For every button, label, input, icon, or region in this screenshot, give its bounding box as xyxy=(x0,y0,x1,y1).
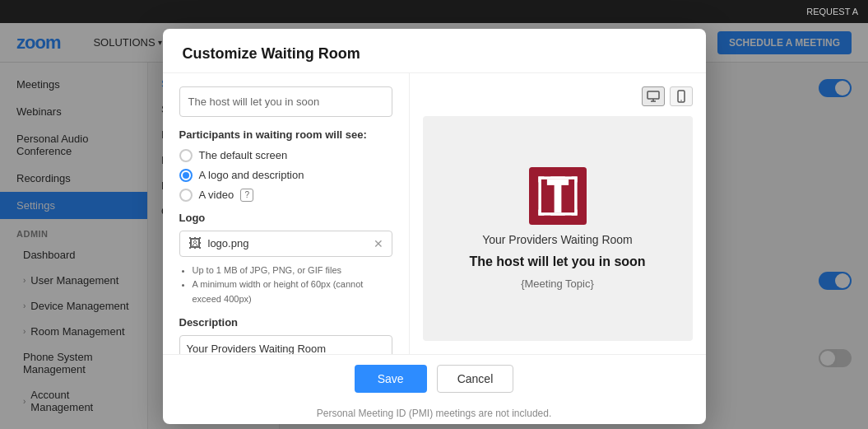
view-toggle-row xyxy=(423,86,693,106)
temple-logo-preview xyxy=(529,167,587,225)
modal-backdrop: Customize Waiting Room The host will let… xyxy=(0,23,868,429)
file-clear-button[interactable]: ✕ xyxy=(374,237,383,250)
modal-title: Customize Waiting Room xyxy=(183,45,686,63)
customize-waiting-room-modal: Customize Waiting Room The host will let… xyxy=(163,29,706,424)
modal-body: The host will let you in soon Participan… xyxy=(163,73,706,354)
top-bar: REQUEST A xyxy=(0,0,868,23)
preview-topic: {Meeting Topic} xyxy=(521,277,594,290)
preview-host-text: The host will let you in soon xyxy=(469,254,645,269)
desktop-view-button[interactable] xyxy=(642,86,665,106)
radio-video[interactable]: A video ? xyxy=(179,189,392,202)
modal-footer: Save Cancel xyxy=(163,354,706,403)
file-image-icon: 🖼 xyxy=(188,236,202,251)
help-icon[interactable]: ? xyxy=(240,189,253,202)
svg-rect-16 xyxy=(554,179,561,212)
cancel-button[interactable]: Cancel xyxy=(437,365,514,393)
radio-logo-description[interactable]: A logo and description xyxy=(179,169,392,182)
radio-default-screen[interactable]: The default screen xyxy=(179,149,392,162)
modal-right-panel: Your Providers Waiting Room The host wil… xyxy=(410,73,706,354)
save-button[interactable]: Save xyxy=(355,365,427,393)
file-name-text: logo.png xyxy=(208,237,367,249)
svg-rect-0 xyxy=(648,91,659,99)
modal-header: Customize Waiting Room xyxy=(163,29,706,73)
radio-circle-logo xyxy=(179,169,193,182)
description-section-label: Description xyxy=(179,316,392,329)
svg-point-4 xyxy=(680,100,682,101)
preview-room-name: Your Providers Waiting Room xyxy=(482,233,633,246)
radio-circle-video xyxy=(179,189,193,202)
request-text: REQUEST A xyxy=(806,7,858,16)
footnote: Personal Meeting ID (PMI) meetings are n… xyxy=(163,403,706,424)
radio-circle-default xyxy=(179,149,193,162)
mobile-view-button[interactable] xyxy=(670,86,693,106)
file-hints: Up to 1 MB of JPG, PNG, or GIF files A m… xyxy=(179,263,392,307)
participants-label: Participants in waiting room will see: xyxy=(179,128,392,141)
radio-group: The default screen A logo and descriptio… xyxy=(179,149,392,202)
preview-area: Your Providers Waiting Room The host wil… xyxy=(423,116,693,341)
logo-section-label: Logo xyxy=(179,212,392,224)
modal-left-panel: The host will let you in soon Participan… xyxy=(163,73,410,354)
file-input-row: 🖼 logo.png ✕ xyxy=(179,231,392,257)
waiting-text-box: The host will let you in soon xyxy=(179,86,392,117)
description-textarea[interactable]: Your Providers Waiting Room xyxy=(179,335,392,353)
